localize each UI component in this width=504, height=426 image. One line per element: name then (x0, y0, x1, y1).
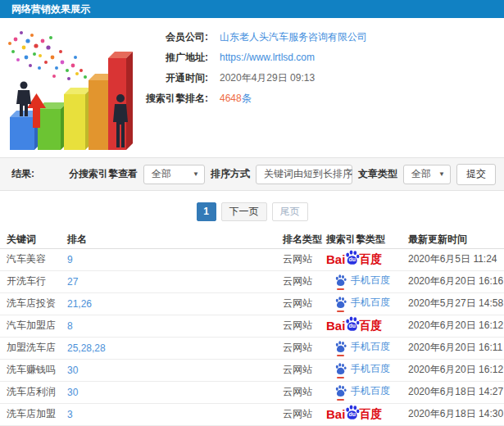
pagination: 1 下一页 尾页 (0, 191, 504, 232)
keyword-cell: 洗车店利润 (7, 386, 56, 397)
rank-type-cell: 云网站 (283, 297, 312, 309)
info-row-url: 推广地址: https://www.lrtlsd.com (138, 51, 504, 71)
rank-count-value: 4648条 (220, 92, 252, 105)
rank-type-cell: 云网站 (283, 386, 312, 397)
baidu-du-text: du (344, 256, 360, 262)
updated-cell: 2020年6月5日 11:24 (408, 253, 497, 265)
updated-cell: 2020年6月18日 14:30 (408, 408, 503, 419)
baidu-cn-text: 百度 (359, 407, 382, 422)
company-name-link[interactable]: 山东老人头汽车服务咨询有限公司 (220, 30, 367, 43)
company-info-panel: 会员公司: 山东老人头汽车服务咨询有限公司 推广地址: https://www.… (138, 18, 504, 157)
baidu-cn-text: 百度 (359, 252, 382, 267)
article-type-select[interactable]: 全部 ▼ (403, 165, 451, 184)
baidu-mobile-logo: 手机百度 (334, 340, 390, 354)
updated-cell: 2020年6月20日 16:16 (408, 275, 503, 287)
table-row: 洗车店投资 21,26 云网站 手机百度 2020年5月27日 14:58 (0, 292, 504, 315)
result-label: 结果: (11, 167, 34, 181)
baidu-paw-icon (334, 297, 347, 309)
ranking-table: 关键词 排名 排名类型 搜索引擎类型 最新更新时间 汽车美容 9 云网站 Bai (0, 232, 504, 426)
bar-chart-graphic (3, 23, 134, 154)
mobile-baidu-label: 手机百度 (351, 274, 390, 288)
mobile-baidu-label: 手机百度 (351, 384, 390, 398)
baidu-bai-text: Bai (326, 252, 345, 266)
keyword-cell: 洗车赚钱吗 (7, 364, 56, 375)
bar-chart-illustration (0, 18, 138, 157)
rank-type-cell: 云网站 (283, 342, 312, 353)
ranking-table-head: 关键词 排名 排名类型 搜索引擎类型 最新更新时间 (0, 232, 504, 248)
updated-cell: 2020年6月20日 16:12 (408, 320, 503, 331)
page-button-current[interactable]: 1 (197, 202, 216, 221)
page-header: 网络营销效果展示 (0, 0, 504, 18)
keyword-cell: 洗车店投资 (7, 297, 56, 309)
chevron-down-icon: ▼ (193, 170, 199, 178)
baidu-pc-logo: Bai du 百度 (326, 405, 382, 424)
baidu-du-text: du (344, 323, 360, 329)
engine-select[interactable]: 全部 ▼ (143, 165, 205, 184)
baidu-mobile-logo: 手机百度 (334, 362, 390, 376)
rank-link[interactable]: 8 (67, 320, 73, 332)
rank-link[interactable]: 3 (67, 409, 73, 420)
baidu-pc-logo: Bai du 百度 (326, 250, 382, 269)
baidu-bai-text: Bai (326, 407, 345, 421)
keyword-cell: 洗车店加盟 (7, 408, 56, 419)
confetti-dots (8, 31, 87, 80)
rank-link[interactable]: 21,26 (67, 298, 92, 310)
sort-filter-label: 排序方式 (211, 167, 250, 181)
info-row-company: 会员公司: 山东老人头汽车服务咨询有限公司 (138, 30, 504, 51)
company-label: 会员公司: (138, 30, 208, 43)
baidu-paw-icon: du (344, 250, 360, 265)
mobile-baidu-label: 手机百度 (351, 362, 390, 376)
rank-type-cell: 云网站 (283, 408, 312, 419)
top-section: 会员公司: 山东老人头汽车服务咨询有限公司 推广地址: https://www.… (0, 18, 504, 157)
keyword-cell: 加盟洗车店 (7, 342, 56, 353)
rank-count-suffix: 条 (242, 93, 252, 104)
sort-select[interactable]: 关键词由短到长排序 ▼ (256, 165, 352, 184)
table-row: 汽车加盟店 8 云网站 Bai du 百度 2020 (0, 315, 504, 337)
filter-bar: 结果: 分搜索引擎查看 全部 ▼ 排序方式 关键词由短到长排序 ▼ 文章类型 全… (0, 157, 504, 191)
col-engine-type: 搜索引擎类型 (326, 232, 408, 248)
rank-count-number: 4648 (220, 93, 242, 104)
table-row: 加盟洗车店 25,28,28 云网站 手机百度 2020年6月20日 16:11 (0, 337, 504, 359)
open-time-value: 2020年4月29日 09:13 (220, 71, 315, 84)
updated-cell: 2020年5月27日 14:58 (408, 297, 503, 309)
updated-cell: 2020年6月20日 16:12 (408, 364, 503, 375)
info-row-rank-count: 搜索引擎排名: 4648条 (138, 92, 504, 112)
keyword-cell: 汽车美容 (7, 253, 46, 265)
article-type-label: 文章类型 (358, 167, 397, 181)
col-rank: 排名 (67, 232, 283, 248)
baidu-du-text: du (344, 411, 360, 417)
rank-link[interactable]: 30 (67, 387, 78, 398)
baidu-cn-text: 百度 (359, 319, 382, 333)
next-page-button[interactable]: 下一页 (221, 202, 267, 221)
rank-link[interactable]: 9 (67, 254, 73, 265)
baidu-paw-icon (334, 385, 347, 397)
header-row: 关键词 排名 排名类型 搜索引擎类型 最新更新时间 (0, 232, 504, 248)
promo-url-link[interactable]: https://www.lrtlsd.com (220, 51, 315, 64)
col-keyword: 关键词 (0, 232, 67, 248)
engine-select-value: 全部 (152, 167, 171, 181)
marketing-results-page: 网络营销效果展示 (0, 0, 504, 426)
rank-link[interactable]: 27 (67, 276, 78, 288)
rank-link[interactable]: 25,28,28 (67, 342, 106, 354)
rank-type-cell: 云网站 (283, 275, 312, 287)
table-row: 汽车美容 9 云网站 Bai du 百度 2020年 (0, 248, 504, 270)
rank-count-label: 搜索引擎排名: (138, 92, 208, 105)
open-time-label: 开通时间: (138, 71, 208, 84)
mobile-baidu-label: 手机百度 (351, 296, 390, 310)
engine-filter-label: 分搜索引擎查看 (69, 167, 138, 181)
promo-url-label: 推广地址: (138, 51, 208, 64)
table-row: 洗车赚钱吗 30 云网站 手机百度 2020年6月20日 16:12 (0, 359, 504, 381)
col-updated: 最新更新时间 (408, 232, 504, 248)
filter-controls: 分搜索引擎查看 全部 ▼ 排序方式 关键词由短到长排序 ▼ 文章类型 全部 ▼ … (69, 164, 496, 185)
last-page-button[interactable]: 尾页 (272, 202, 308, 221)
rank-type-cell: 云网站 (283, 253, 312, 265)
baidu-paw-icon (334, 363, 347, 375)
baidu-paw-icon: du (344, 405, 360, 420)
baidu-bai-text: Bai (326, 319, 345, 333)
rank-link[interactable]: 30 (67, 365, 78, 376)
updated-cell: 2020年6月20日 16:11 (408, 342, 502, 353)
submit-button[interactable]: 提交 (456, 164, 496, 185)
keyword-cell: 开洗车行 (7, 275, 46, 287)
page-title: 网络营销效果展示 (11, 2, 90, 16)
sort-select-value: 关键词由短到长排序 (264, 167, 352, 181)
